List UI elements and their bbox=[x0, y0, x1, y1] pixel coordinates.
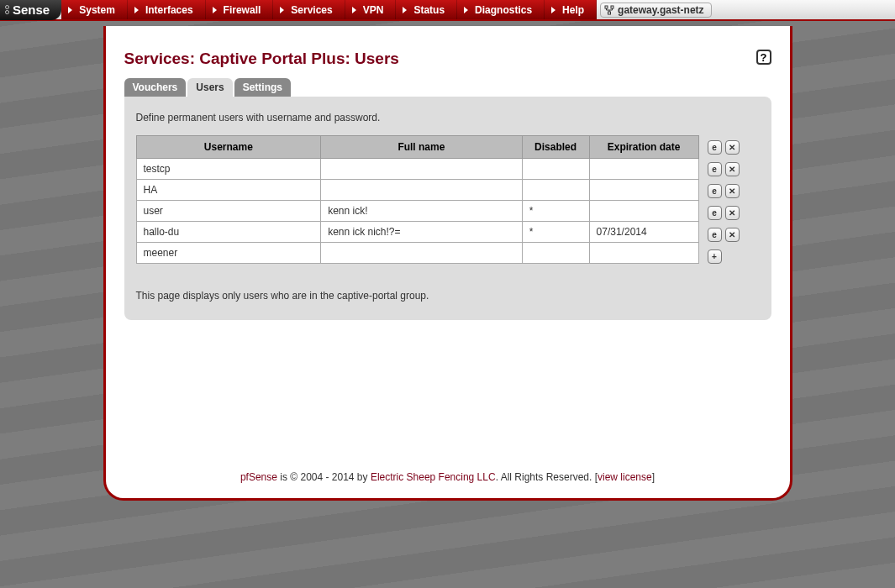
footer-text: ] bbox=[652, 471, 655, 483]
caret-icon bbox=[352, 7, 356, 13]
footer: pfSense is © 2004 - 2014 by Electric She… bbox=[124, 456, 771, 483]
menu-item-services[interactable]: Services bbox=[273, 0, 345, 19]
cell-expiration: 07/31/2014 bbox=[589, 222, 698, 243]
caret-icon bbox=[68, 7, 72, 13]
cell-fullname: kenn ick! bbox=[321, 201, 523, 222]
network-icon bbox=[604, 5, 614, 15]
delete-icon[interactable]: ✕ bbox=[725, 162, 740, 176]
menu-label: Diagnostics bbox=[475, 4, 532, 16]
footer-brand-link[interactable]: pfSense bbox=[240, 471, 277, 483]
menu-item-system[interactable]: System bbox=[61, 0, 128, 19]
table-row: HA bbox=[136, 180, 698, 201]
caret-icon bbox=[134, 7, 139, 13]
main-menu: SystemInterfacesFirewallServicesVPNStatu… bbox=[61, 0, 597, 19]
row-actions-column: e✕e✕e✕e✕e✕+ bbox=[708, 135, 740, 266]
table-row: userkenn ick!* bbox=[136, 201, 698, 222]
footer-company-link[interactable]: Electric Sheep Fencing LLC bbox=[371, 471, 496, 483]
menu-label: VPN bbox=[363, 4, 384, 16]
cell-username: hallo-du bbox=[136, 222, 321, 243]
cell-fullname bbox=[321, 159, 523, 180]
page-title: Services: Captive Portal Plus: Users bbox=[124, 50, 771, 68]
cell-expiration bbox=[589, 243, 698, 264]
col-header-fullname: Full name bbox=[321, 136, 523, 159]
edit-icon[interactable]: e bbox=[708, 206, 722, 220]
table-row: testcp bbox=[136, 159, 698, 180]
menu-item-help[interactable]: Help bbox=[545, 0, 597, 19]
col-header-expiration: Expiration date bbox=[589, 136, 698, 159]
menu-label: Services bbox=[291, 4, 332, 16]
edit-icon[interactable]: e bbox=[708, 184, 722, 198]
delete-icon[interactable]: ✕ bbox=[725, 228, 740, 242]
cell-disabled: * bbox=[522, 222, 589, 243]
menu-label: Interfaces bbox=[145, 4, 193, 16]
cell-disabled bbox=[522, 243, 589, 264]
help-icon[interactable]: ? bbox=[756, 50, 771, 65]
cell-fullname: kenn ick nich!?= bbox=[321, 222, 523, 243]
panel: Define permanent users with username and… bbox=[124, 97, 771, 320]
cell-disabled bbox=[522, 180, 589, 201]
caret-icon bbox=[464, 7, 468, 13]
panel-note: This page displays only users who are in… bbox=[136, 290, 760, 302]
cell-username: meener bbox=[136, 243, 321, 264]
cell-disabled bbox=[522, 159, 589, 180]
cell-fullname bbox=[321, 243, 523, 264]
menu-item-vpn[interactable]: VPN bbox=[345, 0, 397, 19]
gateway-pill[interactable]: gateway.gast-netz bbox=[600, 3, 711, 18]
users-table: Username Full name Disabled Expiration d… bbox=[136, 135, 699, 264]
menu-label: Help bbox=[562, 4, 584, 16]
svg-rect-0 bbox=[605, 6, 608, 8]
delete-icon[interactable]: ✕ bbox=[725, 206, 740, 220]
page-container: ? Services: Captive Portal Plus: Users V… bbox=[103, 26, 792, 501]
menu-label: Firewall bbox=[224, 4, 261, 16]
menu-item-status[interactable]: Status bbox=[396, 0, 457, 19]
caret-icon bbox=[551, 7, 555, 13]
menu-item-firewall[interactable]: Firewall bbox=[206, 0, 274, 19]
logo-text: Sense bbox=[13, 3, 50, 17]
logo-icon bbox=[5, 5, 9, 14]
cell-username: testcp bbox=[136, 159, 321, 180]
col-header-disabled: Disabled bbox=[522, 136, 589, 159]
caret-icon bbox=[403, 7, 407, 13]
cell-disabled: * bbox=[522, 201, 589, 222]
footer-text: is © 2004 - 2014 by bbox=[277, 471, 371, 483]
cell-expiration bbox=[589, 159, 698, 180]
menu-item-interfaces[interactable]: Interfaces bbox=[128, 0, 206, 19]
footer-license-link[interactable]: view license bbox=[598, 471, 652, 483]
table-row: meener bbox=[136, 243, 698, 264]
gateway-label: gateway.gast-netz bbox=[618, 4, 703, 16]
top-bar: Sense SystemInterfacesFirewallServicesVP… bbox=[0, 0, 895, 21]
delete-icon[interactable]: ✕ bbox=[725, 184, 740, 198]
tab-users[interactable]: Users bbox=[187, 78, 232, 97]
delete-icon[interactable]: ✕ bbox=[725, 140, 740, 155]
menu-item-diagnostics[interactable]: Diagnostics bbox=[457, 0, 545, 19]
table-row: hallo-dukenn ick nich!?=*07/31/2014 bbox=[136, 222, 698, 243]
cell-fullname bbox=[321, 180, 523, 201]
col-header-username: Username bbox=[136, 136, 321, 159]
edit-icon[interactable]: e bbox=[708, 228, 722, 242]
cell-username: HA bbox=[136, 180, 321, 201]
add-icon[interactable]: + bbox=[708, 249, 722, 264]
footer-text: . All Rights Reserved. [ bbox=[496, 471, 598, 483]
panel-description: Define permanent users with username and… bbox=[136, 112, 760, 123]
caret-icon bbox=[280, 7, 284, 13]
svg-rect-1 bbox=[611, 6, 613, 8]
svg-rect-2 bbox=[608, 12, 611, 14]
menu-label: System bbox=[79, 4, 115, 16]
tab-vouchers[interactable]: Vouchers bbox=[124, 78, 187, 97]
edit-icon[interactable]: e bbox=[708, 162, 722, 176]
tabs: VouchersUsersSettings bbox=[124, 78, 771, 97]
menu-label: Status bbox=[413, 4, 445, 16]
logo: Sense bbox=[0, 0, 61, 20]
tab-settings[interactable]: Settings bbox=[234, 78, 291, 97]
edit-icon[interactable]: e bbox=[708, 140, 722, 155]
caret-icon bbox=[213, 7, 217, 13]
cell-username: user bbox=[136, 201, 321, 222]
cell-expiration bbox=[589, 180, 698, 201]
cell-expiration bbox=[589, 201, 698, 222]
